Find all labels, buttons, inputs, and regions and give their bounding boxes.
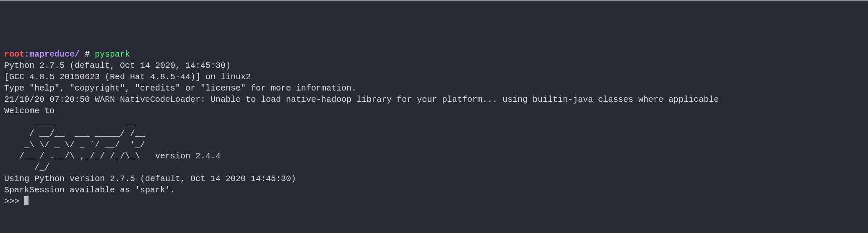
command-text: pyspark — [95, 49, 130, 59]
prompt-sep: : — [24, 49, 29, 59]
prompt-path: mapreduce/ — [29, 49, 80, 59]
ascii-art-1: ____ __ — [4, 116, 864, 128]
prompt-user: root — [4, 49, 24, 59]
output-sparksession: SparkSession available as 'spark'. — [4, 184, 864, 196]
output-gcc: [GCC 4.8.5 20150623 (Red Hat 4.8.5-44)] … — [4, 71, 864, 83]
output-warn: 21/10/20 07:20:50 WARN NativeCodeLoader:… — [4, 94, 864, 105]
ascii-art-2: / __/__ ___ _____/ /__ — [4, 128, 864, 139]
repl-prompt-line[interactable]: >>> — [4, 196, 864, 207]
output-welcome: Welcome to — [4, 105, 864, 116]
repl-prompt: >>> — [4, 197, 24, 206]
prompt-line[interactable]: root:mapreduce/ # pyspark — [4, 49, 864, 60]
output-help: Type "help", "copyright", "credits" or "… — [4, 83, 864, 94]
prompt-hash: # — [80, 49, 95, 59]
cursor-icon — [24, 196, 29, 205]
ascii-art-4: /__ / .__/\_,_/_/ /_/\_\ version 2.4.4 — [4, 150, 864, 162]
output-using-python: Using Python version 2.7.5 (default, Oct… — [4, 173, 864, 184]
ascii-art-3: _\ \/ _ \/ _ `/ __/ '_/ — [4, 139, 864, 150]
ascii-art-5: /_/ — [4, 162, 864, 173]
output-python-version: Python 2.7.5 (default, Oct 14 2020, 14:4… — [4, 60, 864, 71]
